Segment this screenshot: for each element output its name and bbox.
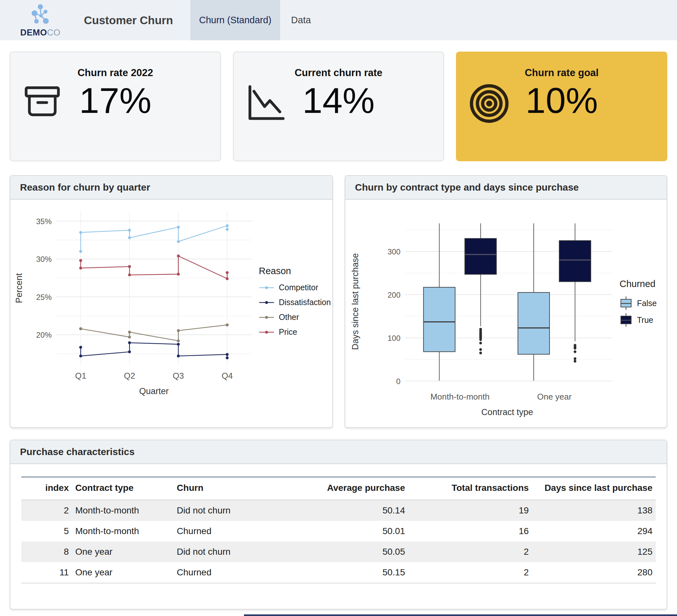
tab-data[interactable]: Data [280, 0, 322, 40]
kpi-text: Churn rate 2022 17% [10, 67, 220, 120]
legend-item-other: Other [259, 313, 332, 322]
column-header-index: index [21, 477, 72, 500]
brand-name-light: CO [47, 28, 61, 37]
table-cell: 19 [408, 500, 532, 521]
svg-text:Contract type: Contract type [481, 407, 533, 417]
legend-label: Competitor [279, 283, 318, 292]
purchase-characteristics-table: indexContract typeChurnAverage purchaseT… [21, 476, 656, 583]
footer-accent-bar [244, 614, 677, 616]
legend-title: Reason [259, 266, 332, 276]
table-cell: Did not churn [174, 541, 281, 562]
brand-name-bold: DEMO [20, 28, 47, 37]
table-cell: 5 [21, 521, 72, 541]
column-header-churn: Churn [174, 477, 281, 500]
column-header-average-purchase: Average purchase [281, 477, 408, 500]
svg-text:Percent: Percent [14, 273, 24, 303]
svg-text:25%: 25% [36, 293, 52, 301]
kpi-label: Churn rate goal [457, 67, 667, 79]
line-chart-body: 20%25%30%35%Q1Q2Q3Q4PercentQuarter Reaso… [10, 200, 332, 427]
table-header-row: indexContract typeChurnAverage purchaseT… [21, 477, 656, 500]
app-header: DEMOCO Customer Churn Churn (Standard) D… [0, 0, 677, 40]
table-cell: Did not churn [174, 500, 281, 521]
molecule-logo-icon [29, 3, 52, 28]
page-title: Customer Churn [84, 14, 173, 27]
legend-line-glyph [259, 316, 274, 319]
table-cell: 2 [21, 500, 72, 521]
table-cell: One year [72, 562, 174, 583]
panel-purchase-characteristics: Purchase characteristics indexContract t… [10, 439, 667, 610]
table-cell: Churned [174, 562, 281, 583]
svg-text:Month-to-month: Month-to-month [431, 392, 490, 401]
legend-item-dissatisfaction: Dissatisfaction [259, 298, 332, 307]
tab-bar: Churn (Standard) Data [190, 0, 322, 40]
panel-header: Churn by contract type and days since pu… [345, 176, 667, 200]
panel-title: Churn by contract type and days since pu… [355, 182, 579, 193]
table-cell: Churned [174, 521, 281, 541]
svg-text:Q3: Q3 [173, 371, 184, 381]
tab-churn-standard[interactable]: Churn (Standard) [190, 0, 280, 40]
table-wrap: indexContract typeChurnAverage purchaseT… [10, 464, 667, 583]
column-header-contract-type: Contract type [72, 477, 174, 500]
legend-item-price: Price [259, 327, 332, 337]
table-cell: 294 [532, 521, 656, 541]
table-cell: One year [72, 541, 174, 562]
table-cell: 2 [408, 541, 532, 562]
svg-text:Q4: Q4 [222, 371, 233, 381]
svg-text:Q1: Q1 [75, 371, 87, 381]
brand-logo: DEMOCO [15, 3, 66, 38]
legend-box-glyph [620, 313, 632, 327]
kpi-value: 17% [10, 81, 220, 120]
legend-box-glyph [620, 296, 632, 311]
svg-text:One year: One year [537, 392, 572, 401]
legend-line-glyph [259, 300, 274, 304]
panel-title: Purchase characteristics [20, 446, 135, 457]
kpi-text: Churn rate goal 10% [457, 67, 667, 120]
legend-label: False [637, 299, 657, 308]
svg-text:0: 0 [396, 377, 400, 386]
table-row: 5Month-to-monthChurned50.0116294 [21, 521, 656, 541]
table-cell: 2 [408, 562, 532, 583]
table-row: 8One yearDid not churn50.052125 [21, 541, 656, 562]
legend-line-glyph [259, 286, 274, 290]
panel-reason-by-quarter: Reason for churn by quarter 20%25%30%35%… [10, 175, 333, 428]
brand-name: DEMOCO [20, 28, 61, 38]
box-chart-legend: ChurnedFalseTrue [620, 200, 667, 427]
table-cell: 138 [532, 500, 656, 521]
table-cell: 280 [532, 562, 656, 583]
kpi-value: 10% [457, 81, 667, 120]
legend-item-false: False [620, 296, 667, 311]
table-row: 2Month-to-monthDid not churn50.1419138 [21, 500, 656, 521]
legend-title: Churned [620, 279, 667, 289]
box-chart-body: 0100200300Month-to-monthOne yearDays sin… [345, 200, 667, 427]
table-cell: 50.01 [281, 521, 408, 541]
line-chart-legend: ReasonCompetitorDissatisfactionOtherPric… [259, 200, 332, 427]
kpi-value: 14% [234, 81, 444, 120]
svg-text:Quarter: Quarter [139, 386, 169, 396]
legend-item-competitor: Competitor [259, 283, 332, 292]
line-chart-svg: 20%25%30%35%Q1Q2Q3Q4PercentQuarter [10, 202, 259, 426]
panel-churn-by-contract: Churn by contract type and days since pu… [345, 175, 667, 428]
table-row: 11One yearChurned50.152280 [21, 562, 656, 583]
svg-text:20%: 20% [36, 331, 52, 339]
svg-text:30%: 30% [36, 255, 52, 264]
legend-label: Other [279, 313, 299, 322]
table-cell: 125 [532, 541, 656, 562]
panel-title: Reason for churn by quarter [20, 182, 150, 193]
table-cell: 8 [21, 541, 72, 562]
charts-row: Reason for churn by quarter 20%25%30%35%… [10, 175, 667, 428]
panel-header: Reason for churn by quarter [10, 176, 332, 200]
kpi-label: Churn rate 2022 [10, 67, 220, 79]
legend-label: Dissatisfaction [279, 298, 331, 307]
svg-text:Days since last purchase: Days since last purchase [351, 253, 360, 350]
table-cell: 16 [408, 521, 532, 541]
kpi-card-current-churn: Current churn rate 14% [233, 52, 444, 161]
kpi-row: Churn rate 2022 17% Current churn rate 1… [10, 52, 667, 161]
svg-text:Q2: Q2 [124, 371, 135, 381]
table-cell: 50.05 [281, 541, 408, 562]
table-cell: Month-to-month [72, 500, 174, 521]
column-header-total-transactions: Total transactions [408, 477, 532, 500]
svg-text:100: 100 [388, 334, 400, 342]
column-header-days-since-last-purchase: Days since last purchase [532, 477, 656, 500]
svg-text:200: 200 [388, 291, 400, 299]
table-cell: Month-to-month [72, 521, 174, 541]
